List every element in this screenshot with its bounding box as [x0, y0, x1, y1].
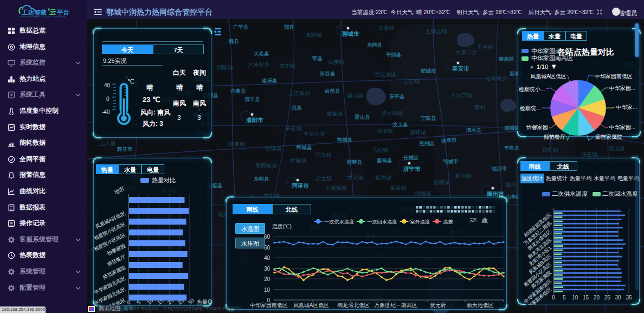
svg-text:GONGDA SMART CLOUD PLATFORM: GONGDA SMART CLOUD PLATFORM	[20, 15, 66, 18]
svg-text:30: 30	[264, 266, 271, 272]
svg-text:中华家园南低区: 中华家园南低区	[595, 73, 633, 79]
svg-text:5: 5	[563, 295, 566, 301]
svg-text:师范家属院: 师范家属院	[595, 134, 622, 140]
svg-text:10: 10	[572, 295, 578, 301]
svg-text:0: 0	[552, 295, 555, 301]
svg-text:万象世纪一期高区: 万象世纪一期高区	[374, 302, 417, 308]
svg-text:新天地低区: 新天地低区	[467, 302, 494, 308]
svg-text:40: 40	[264, 255, 271, 261]
svg-text:15: 15	[583, 295, 589, 301]
svg-text:25: 25	[604, 295, 611, 301]
svg-text:中华家...: 中华家...	[616, 104, 637, 110]
svg-text:20: 20	[264, 276, 271, 282]
svg-text:中华家园...: 中华家园...	[609, 85, 635, 91]
svg-text:中华家园...: 中华家园...	[609, 124, 635, 130]
svg-text:温度(℃): 温度(℃)	[272, 223, 292, 229]
svg-text:御龙湾北低区: 御龙湾北低区	[337, 302, 370, 308]
svg-text:室外温度: 室外温度	[410, 219, 430, 225]
svg-text:地区: 地区	[113, 186, 126, 196]
svg-text:师范餐厅: 师范餐厅	[544, 134, 565, 140]
svg-text:30: 30	[615, 295, 622, 301]
svg-text:一次供水温度: 一次供水温度	[324, 219, 354, 225]
svg-text:检察院...: 检察院...	[520, 105, 540, 111]
svg-text:怡馨家园: 怡馨家园	[526, 124, 548, 130]
svg-text:温差: 温差	[443, 219, 453, 225]
svg-text:一次回水温度: 一次回水温度	[367, 219, 397, 225]
svg-text:凤凰城A区低区: 凤凰城A区低区	[530, 73, 566, 79]
svg-text:20: 20	[594, 295, 600, 301]
svg-text:状元府: 状元府	[429, 302, 446, 308]
svg-text:凤凰城A区低区: 凤凰城A区低区	[293, 302, 330, 308]
svg-text:中华家园南低区: 中华家园南低区	[250, 302, 288, 308]
svg-text:10: 10	[264, 287, 271, 293]
svg-text:检察院小...: 检察院小...	[519, 86, 545, 92]
